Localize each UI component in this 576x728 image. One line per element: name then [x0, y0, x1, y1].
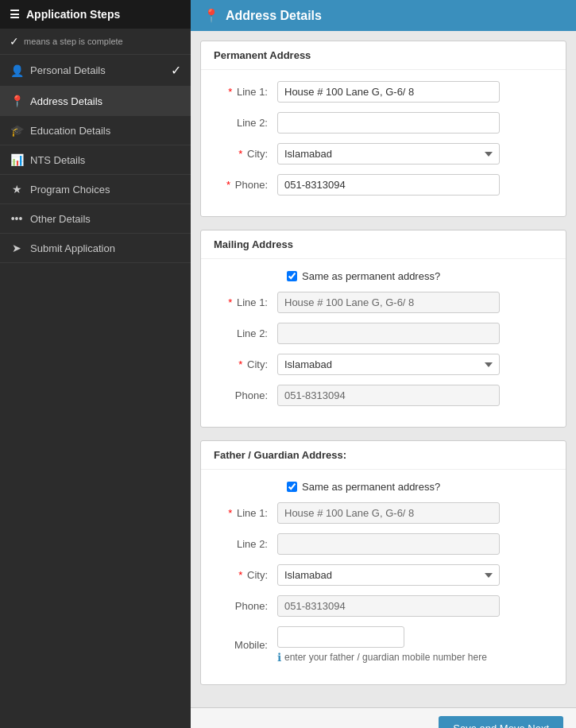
- menu-icon: ☰: [10, 8, 20, 21]
- sidebar-item-label: Other Details: [30, 213, 91, 225]
- sidebar-item-address-details[interactable]: 📍 Address Details: [0, 87, 191, 116]
- mail-line1-label: * Line 1:: [214, 296, 277, 308]
- father-line1-row: * Line 1:: [214, 502, 553, 524]
- perm-city-label: * City:: [214, 148, 277, 160]
- perm-phone-label: * Phone:: [214, 179, 277, 191]
- education-icon: 🎓: [10, 124, 24, 137]
- father-line2-label: Line 2:: [214, 538, 277, 550]
- father-line1-input[interactable]: [277, 502, 500, 524]
- mailing-address-body: Same as permanent address? * Line 1: Lin…: [201, 259, 566, 427]
- father-mobile-row: Mobile: ℹ enter your father / guardian m…: [214, 626, 553, 664]
- father-city-label: * City:: [214, 569, 277, 581]
- sidebar: ☰ Application Steps ✓ means a step is co…: [0, 0, 191, 728]
- sidebar-item-label: NTS Details: [30, 154, 85, 166]
- completed-checkmark: ✓: [171, 63, 181, 78]
- required-star: *: [228, 507, 232, 519]
- father-same-label: Same as permanent address?: [302, 481, 440, 493]
- sidebar-item-label: Address Details: [30, 95, 102, 107]
- save-and-move-next-button[interactable]: Save and Move Next: [439, 716, 563, 728]
- mail-phone-input[interactable]: [277, 385, 500, 406]
- father-phone-label: Phone:: [214, 600, 277, 612]
- perm-city-select[interactable]: Islamabad Karachi Lahore Peshawar Quetta: [277, 143, 500, 165]
- perm-line2-label: Line 2:: [214, 117, 277, 129]
- father-line1-label: * Line 1:: [214, 507, 277, 519]
- info-icon: ℹ: [277, 651, 281, 664]
- mailing-address-card: Mailing Address Same as permanent addres…: [200, 230, 566, 428]
- mailing-same-checkbox[interactable]: [287, 271, 297, 281]
- father-same-checkbox[interactable]: [287, 482, 297, 492]
- mail-line2-input[interactable]: [277, 323, 500, 344]
- sidebar-item-label: Personal Details: [30, 64, 106, 76]
- sidebar-title: Application Steps: [26, 8, 120, 21]
- required-star: *: [226, 179, 230, 191]
- father-address-body: Same as permanent address? * Line 1: Lin…: [201, 470, 566, 684]
- father-mobile-label: Mobile:: [214, 639, 277, 651]
- father-mobile-field-wrapper: ℹ enter your father / guardian mobile nu…: [277, 626, 487, 664]
- perm-line2-input[interactable]: [277, 112, 500, 134]
- main-content: 📍 Address Details Permanent Address * Li…: [191, 0, 576, 728]
- sidebar-item-personal-details[interactable]: 👤 Personal Details ✓: [0, 55, 191, 87]
- father-address-title: Father / Guardian Address:: [201, 441, 566, 470]
- dots-icon: •••: [10, 212, 24, 225]
- mail-phone-row: Phone:: [214, 385, 553, 406]
- mail-line1-input[interactable]: [277, 292, 500, 313]
- father-mobile-hint: ℹ enter your father / guardian mobile nu…: [277, 651, 487, 664]
- permanent-address-card: Permanent Address * Line 1: Line 2:: [200, 41, 566, 217]
- header-location-icon: 📍: [203, 8, 219, 23]
- required-star: *: [238, 358, 242, 370]
- required-star: *: [228, 296, 232, 308]
- footer-bar: Save and Move Next: [191, 707, 576, 728]
- perm-line1-label: * Line 1:: [214, 86, 277, 98]
- sidebar-item-submit-application[interactable]: ➤ Submit Application: [0, 234, 191, 263]
- mail-phone-label: Phone:: [214, 389, 277, 401]
- required-star: *: [228, 86, 232, 98]
- perm-line1-input[interactable]: [277, 81, 500, 103]
- permanent-address-body: * Line 1: Line 2: * City:: [201, 70, 566, 216]
- required-star: *: [238, 148, 242, 160]
- sidebar-item-education-details[interactable]: 🎓 Education Details: [0, 116, 191, 145]
- mailing-same-as-perm-row: Same as permanent address?: [214, 270, 553, 282]
- content-area: Permanent Address * Line 1: Line 2:: [191, 31, 576, 707]
- mail-city-select[interactable]: Islamabad Karachi Lahore Peshawar Quetta: [277, 354, 500, 375]
- father-phone-input[interactable]: [277, 595, 500, 617]
- perm-city-row: * City: Islamabad Karachi Lahore Peshawa…: [214, 143, 553, 165]
- sidebar-item-label: Education Details: [30, 125, 110, 137]
- mail-line2-row: Line 2:: [214, 323, 553, 344]
- sidebar-item-label: Program Choices: [30, 184, 110, 196]
- perm-phone-row: * Phone:: [214, 174, 553, 196]
- father-city-select[interactable]: Islamabad Karachi Lahore Peshawar Quetta: [277, 564, 500, 586]
- mail-city-row: * City: Islamabad Karachi Lahore Peshawa…: [214, 354, 553, 375]
- father-line2-input[interactable]: [277, 533, 500, 555]
- arrow-icon: ➤: [10, 242, 24, 254]
- sidebar-item-label: Submit Application: [30, 242, 115, 254]
- father-mobile-input[interactable]: [277, 626, 404, 648]
- father-phone-row: Phone:: [214, 595, 553, 617]
- sidebar-legend: ✓ means a step is complete: [0, 29, 191, 55]
- mailing-address-title: Mailing Address: [201, 230, 566, 259]
- mail-line2-label: Line 2:: [214, 327, 277, 339]
- mail-line1-row: * Line 1:: [214, 292, 553, 313]
- perm-phone-input[interactable]: [277, 174, 500, 196]
- page-header: 📍 Address Details: [191, 0, 576, 31]
- father-line2-row: Line 2:: [214, 533, 553, 555]
- sidebar-item-nts-details[interactable]: 📊 NTS Details: [0, 145, 191, 175]
- person-icon: 👤: [10, 64, 24, 77]
- sidebar-header: ☰ Application Steps: [0, 0, 191, 29]
- perm-line1-row: * Line 1:: [214, 81, 553, 103]
- father-address-card: Father / Guardian Address: Same as perma…: [200, 440, 566, 685]
- mailing-same-label: Same as permanent address?: [302, 270, 440, 282]
- legend-text: means a step is complete: [24, 37, 123, 46]
- check-legend-icon: ✓: [10, 35, 19, 48]
- father-city-row: * City: Islamabad Karachi Lahore Peshawa…: [214, 564, 553, 586]
- sidebar-item-program-choices[interactable]: ★ Program Choices: [0, 175, 191, 204]
- sidebar-item-other-details[interactable]: ••• Other Details: [0, 204, 191, 234]
- mail-city-label: * City:: [214, 358, 277, 370]
- location-icon: 📍: [10, 95, 24, 107]
- father-same-as-perm-row: Same as permanent address?: [214, 481, 553, 493]
- required-star: *: [238, 569, 242, 581]
- perm-line2-row: Line 2:: [214, 112, 553, 134]
- chart-icon: 📊: [10, 153, 24, 166]
- permanent-address-title: Permanent Address: [201, 41, 566, 70]
- page-title: Address Details: [226, 9, 322, 23]
- star-icon: ★: [10, 183, 24, 196]
